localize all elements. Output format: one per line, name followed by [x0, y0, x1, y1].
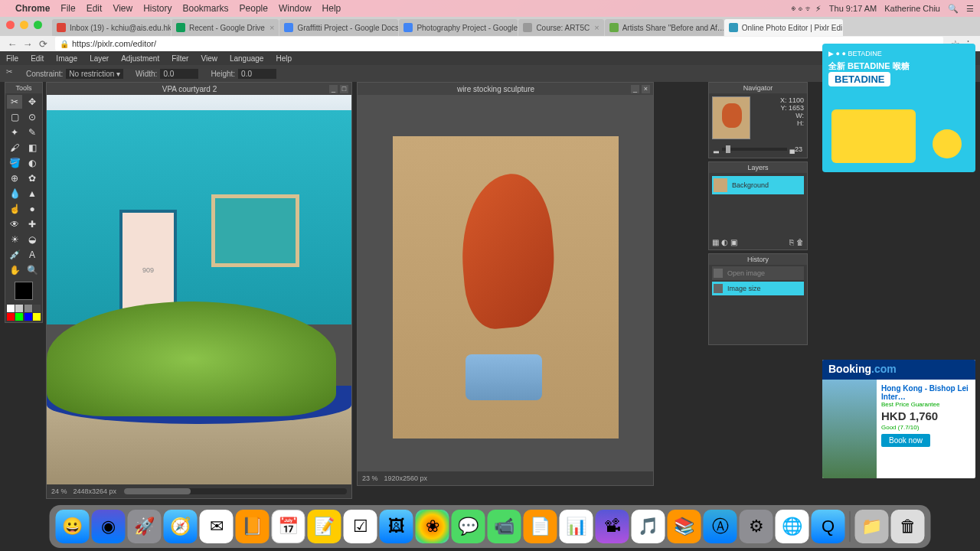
- dock-messages[interactable]: 💬: [452, 510, 485, 543]
- swatches[interactable]: [5, 303, 42, 322]
- navigator-preview[interactable]: [712, 96, 750, 139]
- zoom-out-icon[interactable]: ▂: [714, 145, 719, 153]
- dock-finder[interactable]: 😀: [56, 510, 90, 543]
- ad-betadine[interactable]: ▶ ● ● BETADINE 全新 BETADINE 喉糖 BETADINE: [822, 44, 975, 172]
- dock-quicktime[interactable]: Q: [812, 510, 845, 543]
- forward-button[interactable]: →: [20, 37, 35, 50]
- history-item-open[interactable]: Open image: [712, 266, 804, 280]
- ad2-cta[interactable]: Book now: [881, 434, 930, 447]
- heal-tool[interactable]: ✚: [24, 217, 40, 231]
- close-window[interactable]: [6, 21, 15, 29]
- doc1-minimize[interactable]: _: [329, 85, 338, 93]
- app-name[interactable]: Chrome: [15, 3, 50, 14]
- url-field[interactable]: 🔒https://pixlr.com/editor/: [55, 37, 943, 51]
- marquee-tool[interactable]: ▢: [7, 110, 22, 124]
- dock-notes[interactable]: 📝: [308, 510, 341, 543]
- clock[interactable]: Thu 9:17 AM: [829, 4, 877, 13]
- lasso-tool[interactable]: ⊙: [24, 110, 40, 124]
- type-tool[interactable]: A: [24, 248, 40, 262]
- layer-delete-icon[interactable]: 🗑: [796, 238, 804, 246]
- dock-siri[interactable]: ◉: [92, 510, 126, 543]
- history-item-resize[interactable]: Image size: [712, 282, 804, 295]
- reload-button[interactable]: ⟳: [35, 37, 51, 50]
- layer-duplicate-icon[interactable]: ⎘: [789, 238, 794, 246]
- close-tab[interactable]: ×: [270, 23, 274, 32]
- dock-trash[interactable]: 🗑: [891, 510, 925, 543]
- layer-mask-icon[interactable]: ◐: [721, 238, 728, 246]
- dock-downloads[interactable]: 📁: [855, 510, 889, 543]
- dock-mail[interactable]: ✉: [200, 510, 234, 543]
- crop-tool[interactable]: ✂: [7, 95, 22, 109]
- tab-docs2[interactable]: Photography Project - Google×: [399, 19, 518, 36]
- eraser-tool[interactable]: ◧: [24, 141, 40, 155]
- notification-center-icon[interactable]: ☰: [966, 4, 974, 14]
- dock-calendar[interactable]: 📅: [272, 510, 305, 543]
- blur-tool[interactable]: 💧: [7, 187, 22, 201]
- sponge-tool[interactable]: ●: [24, 202, 40, 216]
- dock-safari[interactable]: 🧭: [164, 510, 198, 543]
- dock-photos[interactable]: ❀: [416, 510, 449, 543]
- dock-preview[interactable]: 🖼: [380, 510, 413, 543]
- spotlight-icon[interactable]: 🔍: [948, 4, 959, 14]
- doc2-close[interactable]: ×: [642, 85, 650, 93]
- tab-gmail[interactable]: Inbox (19) - kchiu@ais.edu.hk×: [52, 19, 171, 36]
- dock-ibooks2[interactable]: 📚: [668, 510, 701, 543]
- doc2-titlebar[interactable]: wire stocking sculpture _×: [358, 83, 653, 95]
- menu-people[interactable]: People: [240, 3, 268, 14]
- dock-itunes[interactable]: 🎵: [632, 510, 665, 543]
- menu-edit[interactable]: Edit: [87, 3, 103, 14]
- wand-tool[interactable]: ✦: [7, 126, 22, 139]
- gradient-tool[interactable]: ◐: [24, 156, 40, 170]
- zoom-tool[interactable]: 🔍: [24, 263, 40, 277]
- dock-appstore[interactable]: Ⓐ: [704, 510, 737, 543]
- menu-help[interactable]: Help: [322, 3, 341, 14]
- height-input[interactable]: 0.0: [238, 69, 276, 79]
- move-tool[interactable]: ✥: [24, 95, 40, 109]
- px-language[interactable]: Language: [230, 54, 264, 63]
- dock-settings[interactable]: ⚙: [740, 510, 773, 543]
- stamp-tool[interactable]: ✿: [24, 171, 40, 185]
- px-layer[interactable]: Layer: [90, 54, 109, 63]
- navigator-zoom-slider[interactable]: ▂ ▄ 23: [714, 144, 802, 155]
- doc1-maximize[interactable]: □: [340, 85, 348, 93]
- tab-pixlr[interactable]: Online Photo Editor | Pixlr Edi×: [724, 19, 843, 36]
- pencil-tool[interactable]: ✎: [24, 126, 40, 139]
- px-help[interactable]: Help: [276, 54, 292, 63]
- burn-tool[interactable]: ◒: [24, 233, 40, 246]
- px-file[interactable]: File: [6, 54, 18, 63]
- width-input[interactable]: 0.0: [160, 69, 198, 79]
- menu-view[interactable]: View: [113, 3, 132, 14]
- dock-numbers[interactable]: 📊: [560, 510, 593, 543]
- px-adjustment[interactable]: Adjustment: [121, 54, 159, 63]
- px-edit[interactable]: Edit: [31, 54, 44, 63]
- doc1-canvas[interactable]: 909: [47, 95, 351, 485]
- dodge-tool[interactable]: ☀: [7, 233, 22, 246]
- doc2-zoom[interactable]: 23 %: [362, 474, 378, 482]
- menu-bookmarks[interactable]: Bookmarks: [183, 3, 229, 14]
- dock-facetime[interactable]: 📹: [488, 510, 521, 543]
- doc2-minimize[interactable]: _: [631, 85, 639, 93]
- brush-tool[interactable]: 🖌: [7, 141, 22, 155]
- tab-artists[interactable]: Artists Share "Before and Af…×: [605, 19, 724, 36]
- back-button[interactable]: ←: [5, 37, 20, 50]
- sharpen-tool[interactable]: ▲: [24, 187, 40, 201]
- close-tab[interactable]: ×: [594, 23, 599, 32]
- bucket-tool[interactable]: 🪣: [7, 156, 22, 170]
- menu-file[interactable]: File: [60, 3, 75, 14]
- dock-launchpad[interactable]: 🚀: [128, 510, 162, 543]
- picker-tool[interactable]: 💉: [7, 248, 22, 262]
- minimize-window[interactable]: [20, 21, 28, 29]
- dock-ibooks[interactable]: 📙: [236, 510, 270, 543]
- user-name[interactable]: Katherine Chiu: [884, 4, 940, 13]
- dock-pages[interactable]: 📄: [524, 510, 557, 543]
- layer-add-icon[interactable]: ▣: [730, 238, 737, 246]
- px-filter[interactable]: Filter: [172, 54, 188, 63]
- layer-settings-icon[interactable]: ▦: [712, 238, 719, 246]
- tab-docs1[interactable]: Graffitti Project - Google Docs×: [279, 19, 398, 36]
- px-view[interactable]: View: [201, 54, 217, 63]
- dock-chrome[interactable]: 🌐: [776, 510, 809, 543]
- constraint-dropdown[interactable]: No restriction ▾: [66, 69, 123, 79]
- tab-course[interactable]: Course: ART5C×: [518, 19, 603, 36]
- redeye-tool[interactable]: 👁: [7, 217, 22, 231]
- menu-window[interactable]: Window: [279, 3, 312, 14]
